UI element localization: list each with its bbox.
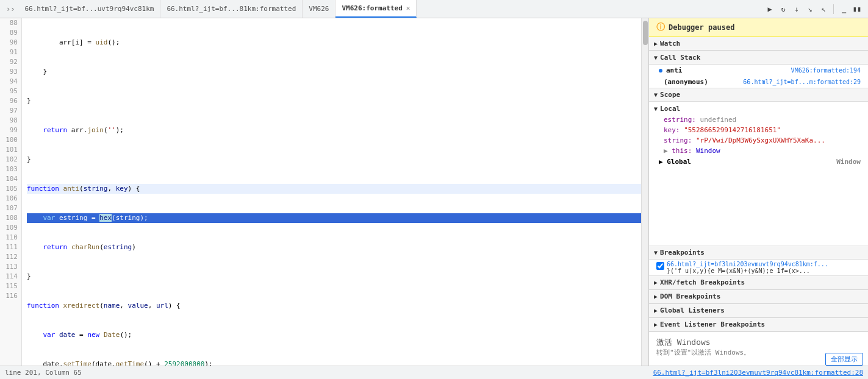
scope-global-label: Global — [667, 158, 691, 166]
scope-this-arrow: ▶ — [664, 147, 672, 155]
dom-label: DOM Breakpoints — [660, 292, 720, 300]
right-panel: ⓘ Debugger paused ▶ Watch ▼ Call Stack a… — [648, 18, 868, 366]
bp-file-1: 66.html?_ijt=bf3lni203evmuvt9rq94vc81km:… — [667, 261, 828, 267]
deactivate-breakpoints-button[interactable]: ⎯ — [838, 3, 850, 15]
xhr-section: ▶ XHR/fetch Breakpoints — [649, 276, 868, 290]
tab-4[interactable]: VM626:formatted ✕ — [335, 0, 417, 18]
watch-label: Watch — [660, 40, 680, 48]
tab-2-label: 66.html?_ijt=bf...81km:formatted — [167, 5, 296, 13]
code-lines: arr[i] = uid(); } } return arr.join('');… — [22, 18, 641, 366]
watch-header[interactable]: ▶ Watch — [649, 37, 868, 51]
tab-3-label: VM626 — [309, 5, 329, 13]
callstack-section: ▼ Call Stack anti VM626:formatted:194 (a… — [649, 51, 868, 88]
callstack-arrow: ▼ — [654, 54, 658, 61]
code-line-91: return arr.join(''); — [27, 126, 641, 135]
callstack-loc-anti: VM626:formatted:194 — [791, 67, 861, 74]
debugger-banner: ⓘ Debugger paused — [649, 18, 868, 37]
event-listener-header[interactable]: ▶ Event Listener Breakpoints — [649, 318, 868, 331]
dom-header[interactable]: ▶ DOM Breakpoints — [649, 290, 868, 303]
bp-checkbox-1[interactable] — [656, 262, 664, 270]
scope-entry-estring: estring: undefined — [649, 115, 868, 125]
xhr-label: XHR/fetch Breakpoints — [660, 278, 745, 286]
breakpoints-section: ▼ Breakpoints 66.html?_ijt=bf3lni203evmu… — [649, 246, 868, 276]
scope-global-val: Window — [836, 158, 861, 166]
vertical-scrollbar[interactable] — [641, 18, 648, 366]
scope-entry-string: string: "rP/Vwi/DpM3W6ySxgxUXWHY5XaKa... — [649, 135, 868, 146]
show-all-button[interactable]: 全部显示 — [825, 353, 863, 366]
step-over-button[interactable]: ↓ — [791, 3, 803, 15]
global-listeners-label: Global Listeners — [660, 306, 725, 314]
code-line-90: } — [27, 96, 641, 106]
bp-code-1: }('f u(x,y){e M=(x&N)+(y&N);e 1f=(x>... — [667, 267, 828, 274]
code-wrapper: 8889909192 9394959697 9899100101102 1031… — [0, 18, 648, 366]
status-file: 66.html?_ijt=bf3lni203evmuvt9rq94vc81km:… — [653, 369, 863, 377]
watch-arrow: ▶ — [654, 40, 658, 47]
reload-button[interactable]: ↻ — [777, 3, 789, 15]
callstack-fn-anti: anti — [666, 66, 683, 74]
dom-section: ▶ DOM Breakpoints — [649, 290, 868, 304]
code-line-99: date.setTime(date.getTime() + 2592000000… — [27, 360, 641, 366]
scope-val-estring: undefined — [700, 116, 737, 124]
step-out-button[interactable]: ↖ — [817, 3, 830, 15]
callstack-fn-anon: (anonymous) — [664, 78, 708, 86]
global-listeners-header[interactable]: ▶ Global Listeners — [649, 304, 868, 317]
callstack-dot — [659, 69, 662, 73]
scope-key-key: key: — [664, 126, 684, 134]
info-icon: ⓘ — [656, 22, 665, 33]
xhr-header[interactable]: ▶ XHR/fetch Breakpoints — [649, 276, 868, 289]
code-line-94: var estring = hex(string); — [27, 213, 641, 223]
global-listeners-arrow: ▶ — [654, 307, 658, 314]
bp-item-1: 66.html?_ijt=bf3lni203evmuvt9rq94vc81km:… — [649, 260, 868, 275]
tab-4-close[interactable]: ✕ — [406, 4, 411, 12]
callstack-label: Call Stack — [660, 54, 700, 62]
code-line-93: function anti(string, key) { — [27, 184, 641, 194]
callstack-header[interactable]: ▼ Call Stack — [649, 51, 868, 65]
scope-val-string: "rP/Vwi/DpM3W6ySxgxUXWHY5XaKa... — [696, 136, 825, 144]
resume-button[interactable]: ▶ — [764, 3, 776, 15]
code-panel[interactable]: 8889909192 9394959697 9899100101102 1031… — [0, 18, 641, 366]
event-listener-label: Event Listener Breakpoints — [660, 321, 765, 328]
scope-local-group[interactable]: ▼ Local — [649, 103, 868, 115]
bp-item-text: 66.html?_ijt=bf3lni203evmuvt9rq94vc81km:… — [667, 261, 828, 274]
watch-section: ▶ Watch — [649, 37, 868, 51]
callstack-item-anon[interactable]: (anonymous) 66.html?_ijt=bf...m:formatte… — [649, 76, 868, 88]
tab-3[interactable]: VM626 — [303, 0, 335, 18]
event-listener-arrow: ▶ — [654, 321, 658, 328]
code-line-92: } — [27, 155, 641, 165]
xhr-arrow: ▶ — [654, 279, 658, 286]
scroll-thumb[interactable] — [643, 21, 648, 45]
scope-key-this: this: — [672, 147, 696, 155]
scope-entry-key: key: "5528665299142716181651" — [649, 125, 868, 135]
breakpoints-header[interactable]: ▼ Breakpoints — [649, 246, 868, 260]
scope-header[interactable]: ▼ Scope — [649, 88, 868, 102]
scope-entry-this[interactable]: ▶ this: Window — [649, 146, 868, 156]
scope-content: ▼ Local estring: undefined key: "5528665… — [649, 102, 868, 169]
scope-val-key: "5528665299142716181651" — [684, 126, 781, 134]
step-into-button[interactable]: ↘ — [804, 3, 816, 15]
code-line-96: } — [27, 272, 641, 282]
tab-overflow-icon[interactable]: ›› — [2, 5, 18, 13]
local-arrow: ▼ — [654, 105, 658, 112]
scope-global-group[interactable]: ▶ Global Window — [649, 156, 868, 168]
main-layout: 8889909192 9394959697 9899100101102 1031… — [0, 18, 868, 366]
code-content: 8889909192 9394959697 9899100101102 1031… — [0, 18, 641, 366]
code-line-88: arr[i] = uid(); — [27, 38, 641, 48]
code-line-97: function xredirect(name, value, url) { — [27, 301, 641, 311]
tab-1[interactable]: 66.html?_ijt=bf...uvt9rq94vc81km — [18, 0, 160, 18]
global-listeners-section: ▶ Global Listeners — [649, 304, 868, 318]
bp-arrow: ▼ — [654, 249, 658, 256]
breakpoints-label: Breakpoints — [660, 249, 705, 257]
tab-2[interactable]: 66.html?_ijt=bf...81km:formatted — [160, 0, 303, 18]
pause-on-exceptions-button[interactable]: ▮▮ — [851, 3, 863, 15]
tab-bar: ›› 66.html?_ijt=bf...uvt9rq94vc81km 66.h… — [0, 0, 868, 18]
win-act-title: 激活 Windows — [656, 337, 861, 348]
scope-section: ▼ Scope ▼ Local estring: undefined key: … — [649, 88, 868, 246]
code-line-98: var date = new Date(); — [27, 330, 641, 340]
code-line-89: } — [27, 67, 641, 77]
scope-arrow: ▼ — [654, 91, 658, 98]
scope-key-estring: estring: — [664, 116, 700, 124]
global-arrow: ▶ — [659, 158, 667, 166]
event-listener-section: ▶ Event Listener Breakpoints — [649, 318, 868, 332]
callstack-item-anti[interactable]: anti VM626:formatted:194 — [649, 65, 868, 76]
dom-arrow: ▶ — [654, 293, 658, 300]
